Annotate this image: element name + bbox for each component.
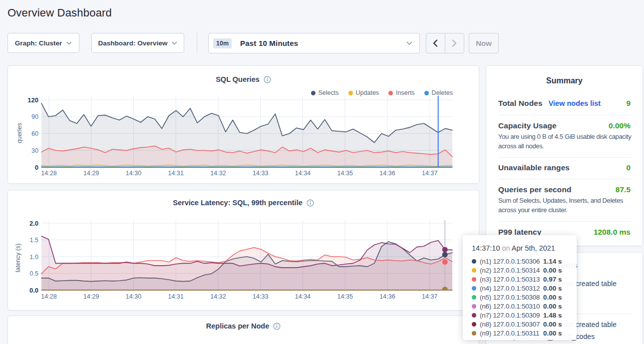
y-tick-label: 1.5 (30, 237, 38, 244)
x-tick-label: 14:36 (379, 293, 395, 300)
node-address: (n6) 127.0.0.1:50310 (480, 303, 543, 310)
tooltip-node-row: (n7) 127.0.0.1:503091.48 s (472, 311, 570, 320)
node-color-dot (472, 277, 476, 282)
summary-row-capacity-usage: Capacity Usage 0.00% You are using 0 B o… (498, 115, 631, 158)
sql-queries-plot[interactable]: 030609012014:2814:2914:3014:3114:3214:33… (8, 66, 480, 184)
x-tick-label: 14:35 (337, 170, 353, 177)
crosshair-dot (442, 252, 448, 257)
summary-caption: You are using 0 B of 4.5 GiB usable disk… (498, 132, 634, 151)
summary-value: 0.00% (609, 121, 631, 130)
x-tick-label: 14:31 (168, 293, 184, 300)
tooltip-time: 14:37:10 (472, 244, 500, 252)
x-tick-label: 14:37 (422, 170, 437, 177)
overview-dashboard-page: Overview Dashboard Graph: Cluster Dashbo… (0, 0, 644, 344)
summary-title: Summary (486, 66, 643, 85)
tooltip-node-row: (n3) 127.0.0.1:503130.97 s (472, 275, 570, 284)
time-range-badge: 10m (213, 38, 232, 48)
node-color-dot (472, 286, 476, 291)
node-latency-value: 0.00 s (543, 303, 562, 310)
y-tick-label: 0 (35, 164, 38, 171)
tooltip-date: Apr 5th, 2021 (512, 244, 555, 252)
time-forward-button[interactable] (445, 33, 464, 53)
tooltip-node-row: (n8) 127.0.0.1:503070.00 s (472, 320, 570, 329)
node-latency-value: 0.00 s (543, 330, 562, 337)
summary-value: 0 (626, 163, 631, 172)
crosshair-dot (442, 259, 448, 265)
node-latency-value: 1.48 s (543, 312, 562, 319)
view-nodes-list-link[interactable]: View nodes list (549, 99, 601, 107)
dashboard-dropdown[interactable]: Dashboard: Overview (91, 33, 184, 53)
chart-hover-tooltip: 14:37:10 on Apr 5th, 2021 (n1) 127.0.0.1… (463, 235, 577, 340)
x-tick-label: 14:31 (168, 170, 184, 177)
chart-title: Replicas per Node (206, 322, 270, 330)
y-tick-label: 2.0 (29, 220, 38, 227)
summary-row-head: Total Nodes View nodes list 9 (498, 99, 631, 108)
y-tick-label: 90 (31, 113, 38, 120)
time-range-label: Past 10 Minutes (240, 39, 298, 47)
sql-queries-chart-card: SQL Queries SelectsUpdatesInsertsDeletes… (7, 65, 479, 184)
y-tick-label: 1.0 (30, 254, 38, 261)
graph-scope-dropdown[interactable]: Graph: Cluster (7, 33, 79, 53)
x-tick-label: 14:35 (337, 293, 353, 300)
node-latency-value: 0.00 s (543, 321, 562, 328)
y-tick-label: 120 (27, 96, 38, 104)
service-latency-plot[interactable]: 0.00.51.01.52.014:2814:2914:3014:3114:32… (8, 190, 480, 311)
chevron-right-icon (452, 39, 457, 47)
y-tick-label: 60 (31, 130, 38, 137)
summary-row-head: Queries per second 87.5 (498, 185, 631, 194)
node-latency-value: 0.00 s (543, 285, 562, 292)
node-latency-value: 0.97 s (543, 276, 562, 283)
summary-value: 87.5 (616, 185, 631, 194)
replicas-per-node-chart-card: Replicas per Node (7, 316, 479, 344)
chevron-down-icon (172, 41, 177, 45)
graph-scope-label: Graph: Cluster (15, 39, 62, 47)
x-tick-label: 14:36 (379, 170, 395, 177)
x-tick-label: 14:32 (210, 293, 226, 300)
chevron-down-icon (406, 41, 412, 45)
node-address: (n9) 127.0.0.1:50311 (480, 330, 543, 337)
y-tick-label: 0.0 (29, 287, 38, 294)
tooltip-node-row: (n4) 127.0.0.1:503120.00 s (472, 284, 570, 293)
summary-value: 9 (626, 99, 631, 108)
dashboard-label: Dashboard: Overview (98, 39, 168, 47)
node-latency-value: 1.14 s (543, 258, 562, 265)
node-address: (n5) 127.0.0.1:50308 (480, 294, 543, 301)
time-range-dropdown[interactable]: 10m Past 10 Minutes (208, 33, 420, 53)
tooltip-node-row: (n6) 127.0.0.1:503100.00 s (472, 302, 570, 311)
tooltip-node-row: (n2) 127.0.0.1:503140.00 s (472, 266, 570, 275)
crosshair-dot (442, 247, 448, 252)
node-color-dot (472, 295, 476, 300)
summary-label: Total Nodes (498, 99, 543, 108)
time-shift-buttons (426, 33, 464, 53)
x-tick-label: 14:30 (126, 170, 141, 177)
node-color-dot (472, 304, 476, 309)
node-address: (n2) 127.0.0.1:50314 (480, 267, 543, 274)
summary-label: Queries per second (498, 185, 572, 194)
chevron-down-icon (66, 41, 72, 45)
node-address: (n4) 127.0.0.1:50312 (480, 285, 543, 292)
info-icon[interactable] (273, 323, 281, 330)
tooltip-node-row: (n5) 127.0.0.1:503080.00 s (472, 293, 570, 302)
y-tick-label: 0.5 (30, 270, 38, 277)
time-back-button[interactable] (426, 33, 445, 53)
chart-title-row: Replicas per Node (8, 322, 479, 330)
service-latency-chart-card: Service Latency: SQL, 99th percentile la… (7, 190, 479, 311)
x-tick-label: 14:29 (83, 170, 99, 177)
toolbar-divider (197, 33, 197, 53)
chevron-left-icon (433, 39, 438, 47)
node-latency-value: 0.00 s (543, 267, 562, 274)
x-tick-label: 14:28 (41, 293, 56, 300)
node-color-dot (472, 259, 476, 264)
now-button[interactable]: Now (469, 33, 499, 53)
y-tick-label: 30 (31, 147, 38, 154)
node-color-dot (472, 331, 476, 336)
node-address: (n7) 127.0.0.1:50309 (480, 312, 543, 319)
summary-caption: Sum of Selects, Updates, Inserts, and De… (498, 196, 634, 215)
x-tick-label: 14:32 (210, 170, 226, 177)
x-tick-label: 14:33 (253, 170, 268, 177)
node-latency-value: 0.00 s (543, 294, 562, 301)
summary-row-head: Capacity Usage 0.00% (498, 121, 631, 130)
summary-panel: Summary Total Nodes View nodes list 9 Ca… (486, 65, 643, 246)
x-tick-label: 14:28 (41, 170, 56, 177)
node-address: (n8) 127.0.0.1:50307 (480, 321, 543, 328)
